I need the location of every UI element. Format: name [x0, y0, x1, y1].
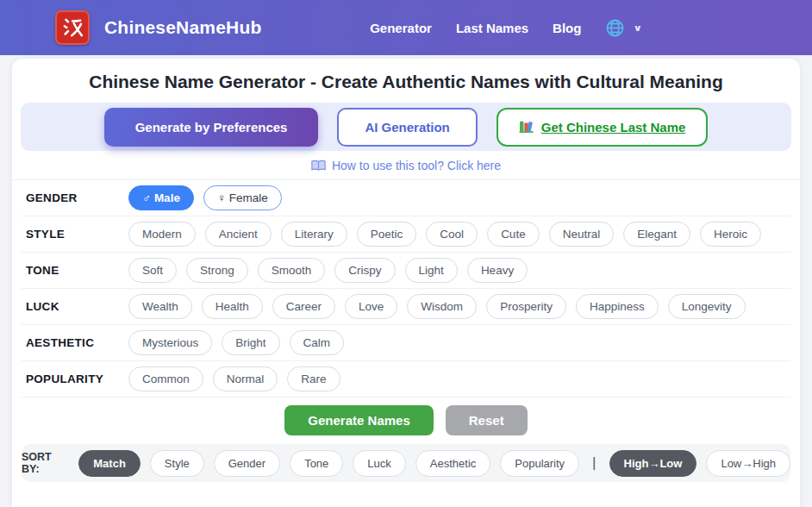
hanzi-han-icon	[59, 15, 85, 41]
sort-option-aesthetic[interactable]: Aesthetic	[415, 450, 490, 477]
filter-label-aesthetic: AESTHETIC	[26, 336, 128, 349]
tab-ai-generation[interactable]: AI Generation	[337, 108, 477, 147]
filter-row-popularity: POPULARITYCommonNormalRare	[22, 361, 790, 397]
filter-option-poetic[interactable]: Poetic	[357, 222, 417, 247]
tab-label: Generate by Preferences	[135, 120, 288, 135]
filter-option-soft[interactable]: Soft	[128, 258, 177, 283]
filter-row-tone: TONESoftStrongSmoothCrispyLightHeavy	[22, 253, 790, 289]
filter-label-tone: TONE	[26, 264, 128, 277]
filter-options: CommonNormalRare	[128, 366, 340, 391]
filter-option-love[interactable]: Love	[345, 294, 397, 319]
how-to-use-link[interactable]: How to use this tool? Click here	[332, 159, 501, 172]
filter-option-normal[interactable]: Normal	[213, 366, 278, 391]
filter-option-career[interactable]: Career	[272, 294, 335, 319]
tab-get-chinese-last-name[interactable]: Get Chinese Last Name	[497, 108, 709, 147]
reset-button[interactable]: Reset	[446, 405, 528, 435]
help-row: How to use this tool? Click here	[12, 151, 800, 180]
filter-option-heroic[interactable]: Heroic	[700, 222, 761, 247]
filter-option-prosperity[interactable]: Prosperity	[486, 294, 566, 319]
filter-option-longevity[interactable]: Longevity	[668, 294, 746, 319]
sort-divider: |	[589, 454, 599, 472]
filter-option-wealth[interactable]: Wealth	[128, 294, 192, 319]
filter-option-crispy[interactable]: Crispy	[334, 258, 395, 283]
sort-directions: High→LowLow→High	[609, 450, 790, 477]
filter-row-luck: LUCKWealthHealthCareerLoveWisdomProsperi…	[22, 289, 790, 325]
filter-option-mysterious[interactable]: Mysterious	[128, 330, 212, 355]
filter-option-wisdom[interactable]: Wisdom	[407, 294, 477, 319]
top-navbar: ChineseNameHub GeneratorLast NamesBlog ∨	[0, 0, 812, 55]
filter-label-popularity: POPULARITY	[26, 372, 128, 385]
globe-icon	[605, 18, 625, 38]
filter-options: ModernAncientLiteraryPoeticCoolCuteNeutr…	[128, 222, 761, 247]
filters-section: GENDER♂ Male♀ FemaleSTYLEModernAncientLi…	[12, 180, 800, 397]
filter-option-calm[interactable]: Calm	[290, 330, 345, 355]
nav-link-blog[interactable]: Blog	[553, 21, 581, 35]
books-icon	[519, 120, 534, 134]
main-nav: GeneratorLast NamesBlog	[370, 21, 581, 35]
sort-option-tone[interactable]: Tone	[290, 450, 343, 477]
filter-row-aesthetic: AESTHETICMysteriousBrightCalm	[22, 325, 790, 361]
filter-option-elegant[interactable]: Elegant	[623, 222, 690, 247]
filter-options: ♂ Male♀ Female	[128, 185, 282, 210]
filter-row-style: STYLEModernAncientLiteraryPoeticCoolCute…	[22, 216, 790, 253]
filter-option-ancient[interactable]: Ancient	[205, 222, 272, 247]
sort-bar: SORT BY: MatchStyleGenderToneLuckAesthet…	[22, 444, 790, 482]
action-buttons: Generate Names Reset	[12, 397, 800, 442]
chevron-down-icon: ∨	[633, 22, 642, 33]
filter-option-health[interactable]: Health	[202, 294, 263, 319]
filter-label-luck: LUCK	[26, 300, 128, 313]
nav-link-last-names[interactable]: Last Names	[456, 21, 528, 35]
filter-option-rare[interactable]: Rare	[287, 366, 340, 391]
filter-options: MysteriousBrightCalm	[128, 330, 344, 355]
filter-option-cute[interactable]: Cute	[487, 222, 540, 247]
filter-option-happiness[interactable]: Happiness	[576, 294, 659, 319]
filter-option-bright[interactable]: Bright	[222, 330, 279, 355]
mode-tabs: Generate by Preferences AI Generation Ge…	[21, 103, 791, 151]
filter-option-heavy[interactable]: Heavy	[467, 258, 528, 283]
filter-option-strong[interactable]: Strong	[186, 258, 248, 283]
filter-options: SoftStrongSmoothCrispyLightHeavy	[128, 258, 528, 283]
tab-label: Get Chinese Last Name	[541, 120, 686, 135]
filter-option-literary[interactable]: Literary	[281, 222, 347, 247]
filter-row-gender: GENDER♂ Male♀ Female	[22, 180, 790, 216]
sort-option-luck[interactable]: Luck	[353, 450, 405, 477]
sort-option-match[interactable]: Match	[78, 450, 141, 477]
filter-label-style: STYLE	[26, 228, 128, 241]
filter-option-male[interactable]: ♂ Male	[128, 185, 194, 210]
filter-option-common[interactable]: Common	[128, 366, 203, 391]
filter-label-gender: GENDER	[26, 191, 128, 204]
brand-logo-icon[interactable]	[55, 10, 90, 45]
filter-option-cool[interactable]: Cool	[426, 222, 478, 247]
filter-option-modern[interactable]: Modern	[128, 222, 196, 247]
filter-option-smooth[interactable]: Smooth	[258, 258, 326, 283]
filter-options: WealthHealthCareerLoveWisdomProsperityHa…	[128, 294, 746, 319]
header-right: GeneratorLast NamesBlog ∨	[370, 18, 642, 38]
tab-label: AI Generation	[365, 120, 449, 135]
generate-names-button[interactable]: Generate Names	[284, 405, 433, 435]
nav-link-generator[interactable]: Generator	[370, 21, 432, 35]
sort-direction-low-high[interactable]: Low→High	[706, 450, 790, 477]
sort-options: MatchStyleGenderToneLuckAestheticPopular…	[78, 450, 579, 477]
sort-direction-high-low[interactable]: High→Low	[609, 450, 697, 477]
sort-option-popularity[interactable]: Popularity	[500, 450, 579, 477]
sort-option-style[interactable]: Style	[150, 450, 204, 477]
sort-option-gender[interactable]: Gender	[214, 450, 280, 477]
language-switcher[interactable]: ∨	[605, 18, 642, 38]
sort-by-label: SORT BY:	[22, 451, 65, 475]
generator-card: Chinese Name Generator - Create Authenti…	[12, 59, 800, 507]
tab-generate-by-preferences[interactable]: Generate by Preferences	[104, 108, 319, 147]
open-book-icon	[311, 160, 326, 172]
page-title: Chinese Name Generator - Create Authenti…	[12, 72, 800, 92]
filter-option-female[interactable]: ♀ Female	[203, 185, 282, 210]
brand-name: ChineseNameHub	[104, 17, 262, 38]
filter-option-light[interactable]: Light	[405, 258, 458, 283]
filter-option-neutral[interactable]: Neutral	[549, 222, 615, 247]
